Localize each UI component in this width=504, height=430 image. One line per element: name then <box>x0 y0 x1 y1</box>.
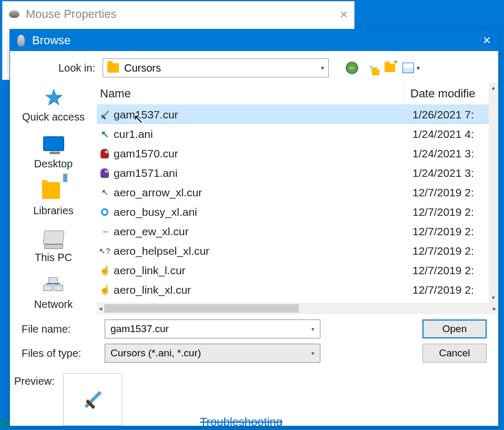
pc-icon <box>43 231 64 244</box>
file-list[interactable]: gam1537.cur1/26/2021 7:↖cur1.ani1/24/202… <box>97 105 498 303</box>
file-date: 1/24/2021 4: <box>406 128 498 141</box>
filetype-label: Files of type: <box>22 347 95 359</box>
view-menu-button[interactable]: ▼ <box>402 63 421 73</box>
scroll-left-icon[interactable]: ◂ <box>99 305 102 312</box>
file-row[interactable]: ↖?aero_helpsel_xl.cur12/7/2019 2: <box>97 241 498 261</box>
network-icon <box>43 277 63 291</box>
lookin-row: Look in: Cursors ▾ ← ↑ ▼ <box>10 51 498 83</box>
scrollbar-thumb[interactable] <box>104 304 299 313</box>
parent-title: Mouse Properties <box>26 7 116 21</box>
place-libraries[interactable]: Libraries <box>33 179 74 217</box>
place-label: Desktop <box>34 158 73 170</box>
column-headers: Name Date modifie <box>97 83 498 105</box>
scroll-right-icon[interactable]: ▸ <box>493 305 496 312</box>
star-icon: ★ <box>43 86 65 108</box>
file-name: gam1537.cur <box>114 108 406 121</box>
cancel-button[interactable]: Cancel <box>422 344 487 363</box>
background-text: Troubleshooting <box>200 415 283 429</box>
file-row[interactable]: ↔aero_ew_xl.cur12/7/2019 2: <box>97 222 498 241</box>
mouse-icon <box>9 11 19 18</box>
place-label: This PC <box>35 252 72 264</box>
column-name[interactable]: Name <box>99 83 404 104</box>
sword-icon <box>99 109 110 121</box>
filename-label: File name: <box>22 323 95 335</box>
file-row[interactable]: ↖aero_arrow_xl.cur12/7/2019 2: <box>97 183 498 202</box>
view-icon <box>402 63 414 73</box>
vertical-scrollbar[interactable]: ▴▾ <box>489 83 498 303</box>
file-name: cur1.ani <box>114 128 406 141</box>
file-row[interactable]: aero_busy_xl.ani12/7/2019 2: <box>97 202 498 222</box>
chevron-down-icon: ▾ <box>311 326 315 333</box>
file-date: 12/7/2019 2: <box>406 225 498 238</box>
filetype-combo[interactable]: Cursors (*.ani, *.cur) ▾ <box>105 344 320 363</box>
bottom-controls: File name: gam1537.cur ▾ Open Files of t… <box>10 314 498 371</box>
toolbar: ← ↑ ▼ <box>346 62 421 74</box>
file-name: aero_arrow_xl.cur <box>114 186 406 199</box>
file-row[interactable]: gam1571.ani1/24/2021 3: <box>97 163 498 183</box>
chevron-down-icon: ▼ <box>416 65 421 71</box>
scroll-down-icon[interactable]: ▾ <box>492 294 495 301</box>
up-one-level-button[interactable]: ↑ <box>365 62 377 74</box>
scroll-up-icon[interactable]: ▴ <box>492 84 495 91</box>
file-date: 12/7/2019 2: <box>406 206 498 218</box>
among-red-icon <box>99 148 110 159</box>
file-row[interactable]: ☝aero_link_xl.cur12/7/2019 2: <box>97 280 498 299</box>
among-purple-icon <box>99 167 110 179</box>
sword-cursor-icon <box>83 390 102 409</box>
chevron-down-icon: ▾ <box>321 64 324 72</box>
dialog-title: Browse <box>32 34 70 47</box>
place-label: Quick access <box>22 111 85 123</box>
filename-input[interactable]: gam1537.cur ▾ <box>105 319 320 338</box>
file-row[interactable]: gam1570.cur1/24/2021 3: <box>97 144 498 163</box>
background-text: Sp <box>0 415 10 429</box>
lookin-combo[interactable]: Cursors ▾ <box>103 58 329 77</box>
ew-icon: ↔ <box>99 226 110 237</box>
file-name: aero_link_xl.cur <box>114 284 406 296</box>
open-button[interactable]: Open <box>422 319 487 338</box>
place-network[interactable]: Network <box>34 273 73 311</box>
back-button[interactable]: ← <box>346 62 358 74</box>
file-name: aero_link_l.cur <box>114 264 406 277</box>
preview-box <box>63 373 122 426</box>
horizontal-scrollbar[interactable]: ◂ ▸ <box>97 303 498 314</box>
link-icon: ☝ <box>99 284 110 296</box>
place-desktop[interactable]: Desktop <box>34 133 73 170</box>
arrow-icon: ↖ <box>99 187 110 198</box>
filetype-value: Cursors (*.ani, *.cur) <box>110 347 201 359</box>
file-date: 12/7/2019 2: <box>406 186 498 199</box>
column-date[interactable]: Date modifie <box>404 87 498 101</box>
cursor-blue-icon: ↖ <box>99 128 110 140</box>
desktop-icon <box>43 136 64 151</box>
mouse-icon <box>17 35 25 46</box>
close-button[interactable]: × <box>483 32 491 48</box>
file-name: aero_helpsel_xl.cur <box>114 245 406 257</box>
file-name: aero_busy_xl.ani <box>114 206 406 218</box>
file-row[interactable]: ↖cur1.ani1/24/2021 4: <box>97 124 498 144</box>
file-date: 1/26/2021 7: <box>406 108 498 121</box>
file-date: 12/7/2019 2: <box>406 264 498 277</box>
file-date: 1/24/2021 3: <box>406 147 498 160</box>
busy-icon <box>99 206 110 218</box>
place-this-pc[interactable]: This PC <box>35 226 72 264</box>
file-row[interactable]: ☝aero_link_l.cur12/7/2019 2: <box>97 261 498 280</box>
lookin-value: Cursors <box>124 62 161 74</box>
content-area: ★ Quick access Desktop Libraries This PC… <box>10 83 498 314</box>
browse-dialog: Browse × Look in: Cursors ▾ ← ↑ ▼ ★ Quic… <box>9 29 499 426</box>
browse-titlebar: Browse × <box>10 29 498 51</box>
libraries-icon <box>42 179 64 202</box>
new-folder-button[interactable] <box>384 62 396 74</box>
file-pane: Name Date modifie gam1537.cur1/26/2021 7… <box>97 83 498 314</box>
place-quick-access[interactable]: ★ Quick access <box>22 86 85 123</box>
file-name: gam1571.ani <box>114 167 406 179</box>
file-row[interactable]: gam1537.cur1/26/2021 7: <box>97 105 498 124</box>
preview-label: Preview: <box>14 373 55 387</box>
parent-close-button[interactable]: × <box>340 6 348 23</box>
chevron-down-icon: ▾ <box>311 350 315 357</box>
file-name: aero_ew_xl.cur <box>114 225 406 238</box>
file-date: 12/7/2019 2: <box>406 284 498 296</box>
file-date: 1/24/2021 3: <box>406 167 498 179</box>
parent-titlebar: Mouse Properties × <box>3 2 354 27</box>
place-label: Network <box>34 298 73 311</box>
lookin-label: Look in: <box>22 62 95 74</box>
link-icon: ☝ <box>99 265 110 276</box>
